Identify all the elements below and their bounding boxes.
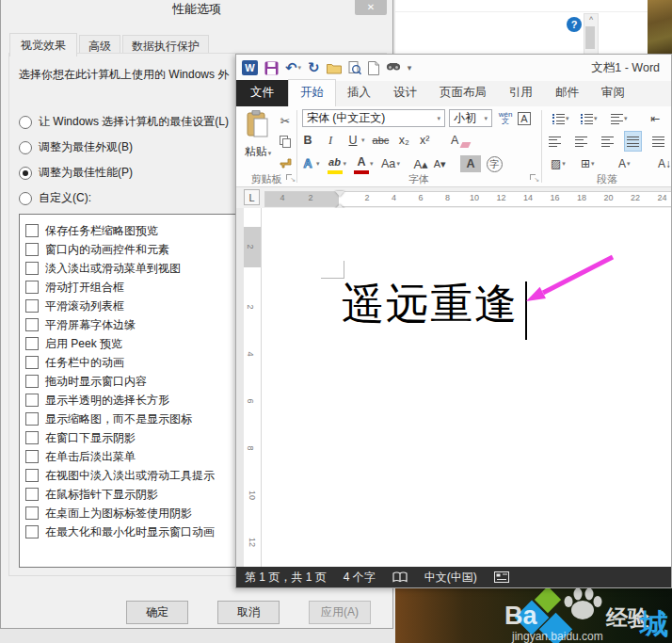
tab-review[interactable]: 审阅: [590, 80, 636, 106]
print-preview-icon[interactable]: [348, 59, 361, 76]
checkbox-icon[interactable]: [25, 375, 39, 388]
checkbox-icon[interactable]: [25, 488, 39, 501]
grow-font-button[interactable]: A▴: [413, 155, 428, 172]
page-indicator[interactable]: 第 1 页，共 1 页: [245, 570, 327, 586]
tab-stop-selector[interactable]: L: [244, 189, 260, 205]
paste-button[interactable]: 粘贴▾: [241, 110, 275, 170]
format-painter-icon[interactable]: [278, 153, 293, 170]
checkbox-icon[interactable]: [25, 318, 39, 331]
font-dialog-launcher-icon[interactable]: [530, 174, 538, 183]
superscript-button[interactable]: x²: [417, 132, 432, 149]
radio-button-icon[interactable]: [19, 141, 32, 154]
radio-custom[interactable]: 自定义(C):: [19, 185, 229, 211]
scrollbar[interactable]: ˄: [584, 13, 599, 55]
checkbox-icon[interactable]: [25, 525, 39, 539]
close-icon[interactable]: ✕: [355, 0, 387, 15]
help-icon[interactable]: ?: [567, 17, 582, 32]
document-area[interactable]: 224681012 遥远重逢: [236, 208, 671, 569]
checkbox-icon[interactable]: [25, 394, 39, 407]
clear-formatting-icon[interactable]: A: [447, 132, 462, 149]
align-center-icon[interactable]: [573, 132, 589, 151]
shading-icon[interactable]: ▨▾: [549, 154, 568, 173]
font-name-combo[interactable]: 宋体 (中文正文)▾: [302, 109, 445, 127]
input-method-icon[interactable]: [494, 571, 509, 583]
dialog-tab-visual-effects[interactable]: 视觉效果: [9, 33, 77, 56]
checkbox-icon[interactable]: [25, 224, 39, 237]
radio-let-windows-choose[interactable]: 让 Windows 选择计算机的最佳设置(L): [19, 109, 229, 135]
horizontal-ruler[interactable]: 4224681012141618202224: [264, 191, 671, 207]
font-size-combo[interactable]: 小初▾: [449, 109, 492, 127]
find-icon[interactable]: [386, 59, 401, 76]
checkbox-icon[interactable]: [25, 299, 39, 313]
radio-best-appearance[interactable]: 调整为最佳外观(B): [19, 135, 229, 160]
chevron-down-icon[interactable]: ▾: [437, 115, 440, 122]
cancel-button[interactable]: 取消: [217, 601, 280, 624]
borders-icon[interactable]: ⊞▾: [579, 154, 597, 173]
save-icon[interactable]: [264, 59, 279, 76]
italic-button[interactable]: I: [323, 132, 338, 149]
word-count[interactable]: 4 个字: [344, 570, 376, 586]
highlight-color-button[interactable]: ab: [328, 153, 343, 174]
new-document-icon[interactable]: [368, 59, 379, 76]
proofing-icon[interactable]: [392, 571, 408, 584]
copy-icon[interactable]: [278, 133, 293, 150]
checkbox-icon[interactable]: [25, 262, 39, 275]
vertical-ruler[interactable]: 224681012: [244, 208, 262, 569]
document-text[interactable]: 遥远重逢: [342, 276, 519, 332]
tab-references[interactable]: 引用: [498, 80, 544, 106]
radio-button-icon[interactable]: [19, 116, 32, 129]
tab-mailings[interactable]: 邮件: [544, 80, 590, 106]
scrollbar-thumb[interactable]: [585, 26, 595, 49]
checkbox-icon[interactable]: [25, 356, 39, 369]
shrink-font-button[interactable]: A▾: [432, 155, 447, 172]
qat-more-icon[interactable]: ▾: [408, 59, 412, 76]
subscript-button[interactable]: x₂: [396, 132, 411, 149]
scroll-up-icon[interactable]: ˄: [584, 14, 598, 24]
distributed-icon[interactable]: [650, 132, 666, 151]
bullets-icon[interactable]: ▾: [551, 109, 571, 128]
checkbox-icon[interactable]: [25, 281, 39, 294]
checkbox-icon[interactable]: [25, 469, 39, 482]
ok-button[interactable]: 确定: [126, 601, 188, 624]
radio-best-performance[interactable]: 调整为最佳性能(P): [19, 160, 229, 185]
phonetic-guide-icon[interactable]: wén文: [498, 109, 513, 126]
radio-button-icon[interactable]: [19, 192, 32, 205]
enclose-characters-button[interactable]: 字: [487, 155, 503, 172]
justify-icon[interactable]: [624, 131, 642, 152]
checkbox-icon[interactable]: [25, 412, 39, 426]
cut-icon[interactable]: ✂: [278, 112, 293, 129]
bold-button[interactable]: B: [300, 132, 315, 149]
undo-icon[interactable]: ↶▾: [285, 59, 301, 76]
checkbox-icon[interactable]: [25, 337, 39, 350]
checkbox-icon[interactable]: [25, 506, 39, 520]
checkbox-icon[interactable]: [25, 431, 39, 444]
radio-button-icon[interactable]: [19, 167, 32, 180]
decrease-indent-icon[interactable]: ⇤: [648, 109, 662, 128]
numbering-icon[interactable]: ▾: [579, 109, 600, 128]
underline-button[interactable]: U: [345, 132, 360, 149]
character-shading-button[interactable]: A: [460, 155, 481, 172]
tab-design[interactable]: 设计: [382, 80, 428, 106]
change-case-button[interactable]: Aa: [381, 155, 396, 172]
asian-layout-icon[interactable]: A▾: [616, 154, 632, 173]
tab-page-layout[interactable]: 页面布局: [428, 80, 498, 106]
checkbox-icon[interactable]: [25, 450, 39, 463]
strikethrough-button[interactable]: abc: [373, 132, 390, 149]
word-logo-icon[interactable]: W: [242, 59, 258, 76]
language-indicator[interactable]: 中文(中国): [424, 570, 477, 586]
open-folder-icon[interactable]: [327, 59, 342, 76]
sort-icon[interactable]: A↓: [656, 154, 672, 173]
character-border-icon[interactable]: A: [517, 110, 532, 127]
chevron-down-icon[interactable]: ▾: [484, 115, 488, 122]
align-right-icon[interactable]: [600, 132, 616, 151]
multilevel-list-icon[interactable]: ▾: [609, 109, 630, 128]
tab-insert[interactable]: 插入: [336, 80, 382, 106]
clipboard-dialog-launcher-icon[interactable]: [286, 174, 295, 183]
text-effects-button[interactable]: A: [300, 155, 315, 172]
align-left-icon[interactable]: [547, 132, 563, 151]
redo-icon[interactable]: ↻: [308, 59, 320, 76]
font-color-button[interactable]: A: [354, 153, 369, 174]
tab-home[interactable]: 开始: [288, 79, 336, 106]
checkbox-icon[interactable]: [25, 243, 39, 256]
tab-file[interactable]: 文件: [236, 80, 288, 106]
